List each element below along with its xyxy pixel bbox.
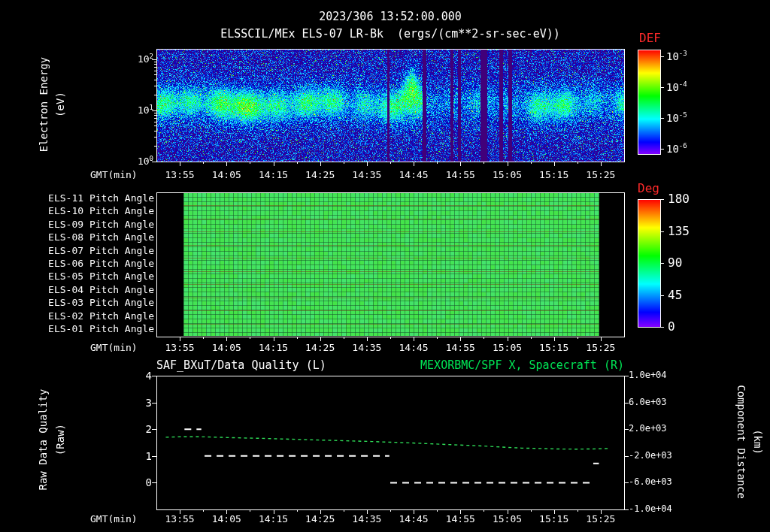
x-tick-label: 14:35: [347, 170, 387, 181]
x-tick-label: 14:35: [347, 514, 387, 525]
x-tick-label: 14:55: [441, 514, 480, 525]
distance-y-tick-label: -6.0e+03: [629, 477, 672, 488]
right-axis-series-title: MEXORBMC/SPF X, Spacecraft (R): [323, 359, 624, 372]
pitch-row-label: ELS-05 Pitch Angle: [23, 271, 154, 283]
pitch-row-label: ELS-03 Pitch Angle: [23, 298, 154, 309]
pitch-row-label: ELS-02 Pitch Angle: [23, 311, 154, 322]
spectrogram-y-tick-label: 102: [123, 53, 153, 65]
def-colorbar-tick-label: 10-4: [666, 80, 687, 93]
x-tick-label: 15:15: [535, 343, 574, 354]
pitch-row-label: ELS-07 Pitch Angle: [23, 246, 154, 257]
x-tick-label: 15:05: [488, 343, 527, 354]
def-colorbar-tick-label: 10-6: [666, 142, 687, 155]
distance-y-tick-label: 1.0e+04: [629, 370, 667, 381]
x-tick-label: 13:55: [160, 514, 199, 525]
x-tick-label: 13:55: [160, 343, 199, 354]
distance-y-tick-label: 2.0e+03: [629, 424, 667, 434]
x-tick-label: 14:15: [254, 343, 293, 354]
science-plot-screen: 2023/306 13:52:00.000 ELSSCIL/MEx ELS-07…: [0, 0, 770, 532]
plot-subtitle: ELSSCIL/MEx ELS-07 LR-Bk (ergs/(cm**2-sr…: [119, 28, 662, 41]
quality-y-tick-label: 0: [128, 476, 152, 488]
quality-y-tick-label: 1: [128, 450, 152, 462]
spectrogram-y-axis-units: (eV): [54, 7, 66, 202]
x-tick-label: 14:45: [394, 170, 433, 181]
pitch-row-label: ELS-11 Pitch Angle: [23, 193, 154, 204]
gmt-label-bottom: GMT(min): [90, 514, 138, 525]
distance-y-axis-units: (km): [752, 344, 764, 532]
x-tick-label: 14:55: [441, 170, 480, 181]
x-tick-label: 13:55: [160, 170, 199, 181]
spectrogram-y-tick-label: 100: [123, 155, 153, 168]
x-tick-label: 14:35: [347, 343, 387, 354]
x-tick-label: 14:05: [207, 514, 246, 525]
x-tick-label: 15:15: [535, 170, 574, 181]
quality-y-tick-label: 4: [128, 370, 152, 382]
quality-y-axis-units: (Raw): [54, 342, 66, 532]
x-tick-label: 15:15: [535, 514, 574, 525]
deg-colorbar-tick-label: 90: [668, 256, 682, 270]
pitch-row-label: ELS-08 Pitch Angle: [23, 232, 154, 243]
x-tick-label: 15:25: [581, 343, 620, 354]
deg-colorbar-title: Deg: [638, 182, 659, 195]
x-tick-label: 15:25: [581, 170, 620, 181]
deg-colorbar-tick-label: 180: [668, 192, 690, 206]
distance-y-axis-label: Component Distance: [735, 344, 747, 532]
x-tick-label: 14:15: [254, 170, 293, 181]
left-axis-series-title: SAF_BXuT/Data Quality (L): [156, 359, 326, 372]
x-tick-label: 15:05: [488, 514, 527, 525]
x-tick-label: 15:25: [581, 514, 620, 525]
x-tick-label: 14:05: [207, 343, 246, 354]
x-tick-label: 15:05: [488, 170, 527, 181]
x-tick-label: 14:55: [441, 343, 480, 354]
x-tick-label: 14:15: [254, 514, 293, 525]
x-tick-label: 14:45: [394, 514, 433, 525]
quality-y-tick-label: 2: [128, 423, 152, 435]
distance-y-tick-label: -2.0e+03: [629, 451, 672, 461]
pitch-row-label: ELS-09 Pitch Angle: [23, 219, 154, 231]
gmt-label-spectrogram: GMT(min): [90, 170, 138, 181]
x-tick-label: 14:25: [301, 514, 340, 525]
spectrogram-y-tick-label: 101: [123, 104, 153, 116]
x-tick-label: 14:25: [301, 343, 340, 354]
x-tick-label: 14:05: [207, 170, 246, 181]
distance-y-tick-label: -1.0e+04: [629, 504, 672, 515]
quality-y-axis-label: Raw Data Quality: [37, 342, 49, 532]
gmt-label-pitch: GMT(min): [90, 343, 138, 354]
deg-colorbar-tick-label: 0: [668, 320, 675, 334]
deg-colorbar-tick-label: 135: [668, 225, 690, 238]
deg-colorbar-tick-label: 45: [668, 289, 682, 302]
spectrogram-y-axis-label: Electron Energy: [38, 7, 50, 202]
def-colorbar-title: DEF: [639, 32, 661, 45]
def-colorbar-tick-label: 10-3: [666, 50, 687, 62]
x-tick-label: 14:45: [394, 343, 433, 354]
pitch-row-label: ELS-06 Pitch Angle: [23, 258, 154, 270]
pitch-row-label: ELS-01 Pitch Angle: [23, 324, 154, 335]
x-tick-label: 14:25: [301, 170, 340, 181]
quality-y-tick-label: 3: [128, 397, 152, 409]
pitch-row-label: ELS-04 Pitch Angle: [23, 285, 154, 296]
distance-y-tick-label: 6.0e+03: [629, 397, 667, 408]
pitch-row-label: ELS-10 Pitch Angle: [23, 206, 154, 217]
def-colorbar-tick-label: 10-5: [666, 111, 687, 124]
timestamp-title: 2023/306 13:52:00.000: [156, 11, 624, 23]
